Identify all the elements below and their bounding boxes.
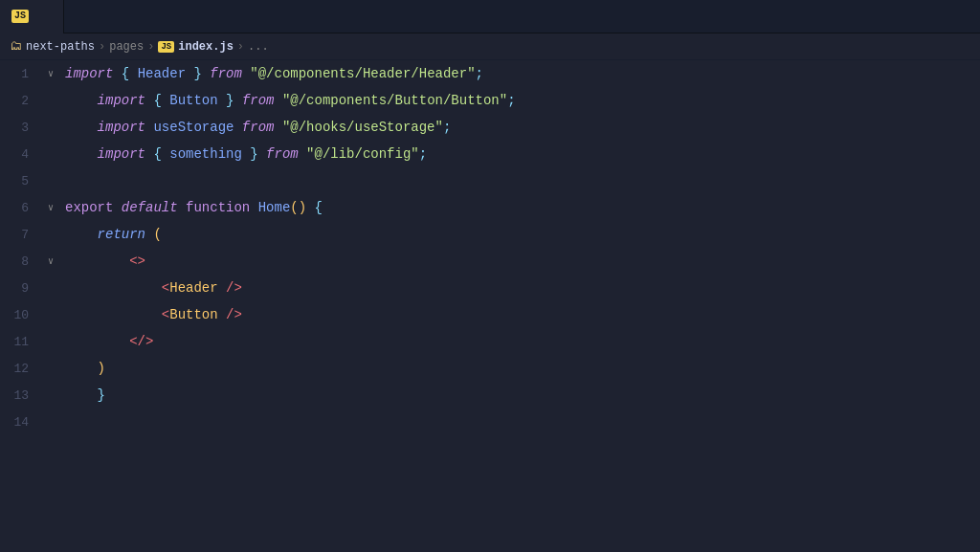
token-identifier: Button (169, 93, 217, 108)
token-plain (299, 146, 306, 162)
token-plain (234, 120, 241, 135)
code-content-13: } (61, 382, 980, 408)
code-line-7: 7 return ( (0, 221, 980, 248)
code-line-9: 9 <Header /> (0, 275, 980, 301)
token-jsx-comp: Header (169, 280, 217, 296)
line-number-12: 12 (0, 362, 48, 376)
breadcrumb: 🗂 next-paths › pages › JS index.js › ... (0, 33, 980, 60)
token-brace: } (193, 66, 201, 81)
token-kw-from: from (242, 93, 275, 108)
line-number-14: 14 (0, 415, 48, 430)
tab-bar: JS (0, 0, 980, 33)
code-content-2: import { Button } from "@/components/But… (61, 87, 980, 114)
token-plain (218, 307, 226, 322)
token-plain (162, 146, 169, 162)
line-number-6: 6 (0, 201, 48, 215)
token-plain (218, 280, 226, 296)
token-plain (218, 93, 226, 108)
token-identifier: useStorage (153, 120, 234, 135)
breadcrumb-pages: pages (109, 40, 144, 54)
code-content-6: export default function Home() { (61, 194, 980, 221)
code-lines: 1∨import { Header } from "@/components/H… (0, 60, 980, 435)
token-plain (129, 66, 137, 81)
code-line-6: 6∨export default function Home() { (0, 194, 980, 221)
token-fn-name: Home (258, 200, 291, 215)
token-plain (274, 120, 281, 135)
breadcrumb-sep-3: › (237, 40, 244, 54)
token-plain (178, 200, 186, 215)
tab-index-js[interactable]: JS (0, 0, 64, 33)
token-plain (113, 200, 121, 215)
token-kw-from: from (266, 146, 299, 162)
code-line-11: 11 </> (0, 328, 980, 355)
token-brace: { (153, 146, 161, 162)
token-kw-function: function (186, 200, 250, 215)
token-jsx-tag: < (162, 280, 169, 296)
token-jsx-tag: /> (226, 280, 242, 296)
token-kw-export: export (65, 200, 113, 215)
token-brace: { (122, 66, 129, 81)
token-identifier: something (169, 146, 242, 162)
line-number-4: 4 (0, 147, 48, 162)
token-plain (65, 93, 98, 108)
token-plain (234, 93, 241, 108)
breadcrumb-js-icon: JS (158, 41, 174, 53)
token-brace: } (98, 387, 105, 403)
fold-arrow-6[interactable]: ∨ (48, 202, 61, 213)
breadcrumb-ellipsis: ... (248, 40, 269, 54)
folder-icon: 🗂 (10, 39, 22, 54)
line-number-2: 2 (0, 94, 48, 108)
tab-close-button[interactable] (46, 14, 52, 18)
token-punct: ; (419, 146, 427, 162)
token-kw-default: default (122, 200, 178, 215)
token-string: "@/hooks/useStorage" (282, 120, 443, 135)
code-line-14: 14 (0, 408, 980, 435)
token-plain (275, 93, 282, 108)
token-jsx-tag: </> (129, 334, 153, 349)
token-kw-return: return (98, 227, 145, 242)
line-number-9: 9 (0, 281, 48, 296)
line-number-5: 5 (0, 174, 48, 188)
fold-arrow-8[interactable]: ∨ (48, 255, 61, 267)
token-plain (65, 227, 98, 242)
breadcrumb-project: next-paths (26, 40, 95, 54)
code-line-2: 2 import { Button } from "@/components/B… (0, 87, 980, 114)
code-line-8: 8∨ <> (0, 248, 980, 275)
breadcrumb-filename: index.js (178, 40, 234, 54)
code-content-10: <Button /> (61, 301, 980, 328)
code-content-11: </> (61, 328, 980, 355)
fold-arrow-1[interactable]: ∨ (48, 68, 61, 79)
token-brace: } (250, 146, 257, 162)
breadcrumb-sep-1: › (99, 40, 105, 54)
line-number-7: 7 (0, 228, 48, 242)
token-string: "@/components/Header/Header" (250, 66, 475, 81)
token-kw-import: import (98, 120, 145, 135)
token-string: "@/components/Button/Button" (282, 93, 507, 108)
token-plain (65, 307, 162, 322)
breadcrumb-sep-2: › (147, 40, 154, 54)
token-plain (250, 200, 257, 215)
token-string: "@/lib/config" (306, 146, 419, 162)
token-plain (65, 387, 98, 403)
line-number-8: 8 (0, 254, 48, 269)
token-jsx-tag: <> (129, 254, 145, 269)
token-kw-import: import (98, 93, 145, 108)
token-plain (65, 146, 98, 162)
token-jsx-comp: Button (169, 307, 217, 322)
line-number-13: 13 (0, 388, 48, 403)
token-punct: ; (443, 120, 451, 135)
code-content-7: return ( (61, 221, 980, 248)
token-jsx-tag: < (162, 307, 169, 322)
code-content-8: <> (61, 248, 980, 275)
token-kw-from: from (242, 120, 275, 135)
token-plain (65, 280, 162, 296)
code-content-3: import useStorage from "@/hooks/useStora… (61, 114, 980, 141)
line-number-3: 3 (0, 121, 48, 135)
token-kw-import: import (65, 66, 113, 81)
token-plain (306, 200, 314, 215)
code-line-4: 4 import { something } from "@/lib/confi… (0, 141, 980, 167)
token-plain (65, 334, 129, 349)
code-line-3: 3 import useStorage from "@/hooks/useSto… (0, 114, 980, 141)
line-number-1: 1 (0, 67, 48, 81)
token-identifier: Header (138, 66, 186, 81)
